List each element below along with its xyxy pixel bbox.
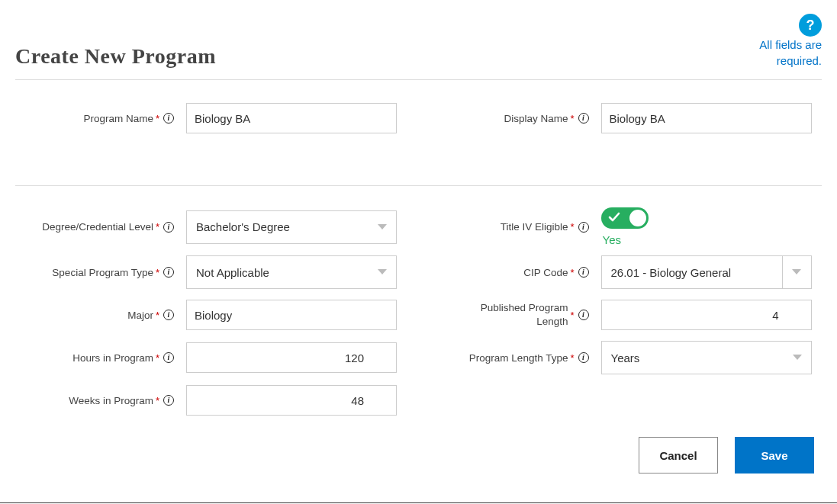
required-fields-note[interactable]: All fields are required. (759, 37, 822, 69)
footer-divider (0, 502, 837, 503)
special-program-type-select[interactable]: Not Applicable (186, 255, 397, 289)
toggle-knob (629, 210, 646, 226)
display-name-label: Display Name (504, 113, 568, 124)
required-note-line2: required. (759, 53, 822, 69)
info-icon[interactable]: i (578, 113, 589, 124)
title-iv-value-label: Yes (603, 233, 621, 246)
info-icon[interactable]: i (163, 395, 174, 406)
special-program-type-label: Special Program Type (52, 267, 153, 278)
weeks-in-program-label: Weeks in Program (69, 395, 153, 406)
published-length-input[interactable] (601, 300, 812, 330)
info-icon[interactable]: i (163, 267, 174, 278)
required-note-line1: All fields are (759, 37, 822, 53)
published-length-label: Published Program Length (481, 301, 568, 328)
required-indicator: * (156, 395, 159, 406)
title-iv-label: Title IV Eligible (501, 221, 568, 233)
degree-level-select[interactable]: Bachelor's Degree (186, 210, 397, 244)
info-icon[interactable]: i (578, 267, 589, 278)
degree-level-label: Degree/Credential Level (42, 221, 153, 233)
program-length-type-label: Program Length Type (469, 352, 568, 364)
required-indicator: * (570, 113, 574, 124)
display-name-input[interactable] (601, 103, 812, 133)
special-program-type-value: Not Applicable (196, 266, 378, 279)
help-button[interactable]: ? (799, 14, 822, 37)
info-icon[interactable]: i (163, 113, 174, 124)
published-length-label-l1: Published Program (481, 302, 568, 313)
required-indicator: * (156, 310, 159, 321)
info-icon[interactable]: i (578, 352, 589, 363)
info-icon[interactable]: i (578, 222, 589, 233)
page-title: Create New Program (15, 44, 216, 69)
required-indicator: * (156, 267, 159, 278)
info-icon[interactable]: i (163, 222, 174, 233)
program-name-input[interactable] (186, 103, 397, 133)
help-icon: ? (806, 18, 815, 34)
required-indicator: * (570, 310, 574, 321)
title-iv-toggle[interactable] (601, 207, 649, 229)
cip-code-select[interactable]: 26.01 - Biology General (601, 255, 812, 289)
info-icon[interactable]: i (163, 352, 174, 363)
chevron-down-icon (378, 269, 387, 275)
degree-level-value: Bachelor's Degree (196, 220, 378, 233)
chevron-down-icon (793, 355, 802, 361)
hours-in-program-label: Hours in Program (72, 352, 153, 364)
chevron-down-icon (378, 224, 387, 230)
hours-in-program-input[interactable] (186, 342, 397, 373)
chevron-down-icon (792, 269, 801, 275)
required-indicator: * (570, 221, 574, 233)
required-indicator: * (156, 221, 159, 233)
program-length-type-select[interactable]: Years (601, 341, 812, 374)
info-icon[interactable]: i (163, 310, 174, 320)
major-input[interactable] (186, 300, 397, 330)
cancel-button[interactable]: Cancel (639, 437, 718, 474)
info-icon[interactable]: i (578, 310, 589, 320)
weeks-in-program-input[interactable] (186, 385, 397, 416)
save-button[interactable]: Save (735, 437, 814, 474)
check-icon (608, 211, 620, 223)
program-name-label: Program Name (83, 113, 153, 124)
major-label: Major (127, 310, 153, 321)
required-indicator: * (156, 352, 159, 364)
required-indicator: * (570, 352, 574, 364)
required-indicator: * (156, 113, 159, 124)
cip-code-value: 26.01 - Biology General (611, 266, 732, 279)
published-length-label-l2: Length (536, 316, 568, 327)
required-indicator: * (570, 267, 574, 278)
cip-code-label: CIP Code (523, 267, 568, 278)
program-length-type-value: Years (611, 352, 793, 364)
